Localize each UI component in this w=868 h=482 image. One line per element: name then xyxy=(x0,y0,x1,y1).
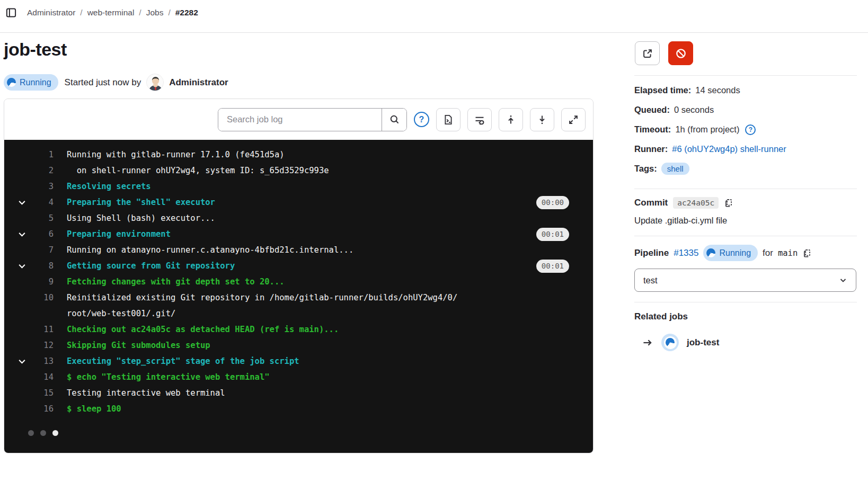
copy-ref-icon[interactable] xyxy=(802,248,812,258)
runner-row: Runner: #6 (ohUY2wg4p) shell-runner xyxy=(634,139,857,159)
status-running-icon xyxy=(706,248,715,257)
sidebar-divider xyxy=(634,75,857,76)
log-line: 1Running with gitlab-runner 17.1.0 (fe45… xyxy=(4,147,593,163)
log-line: 8Getting source from Git repository00:01 xyxy=(4,258,593,274)
stage-dropdown[interactable]: test xyxy=(634,269,856,292)
commit-sha[interactable]: ac24a05c xyxy=(673,197,719,209)
log-line-text: Skipping Git submodules setup xyxy=(67,341,210,350)
cancel-job-button[interactable] xyxy=(668,41,693,65)
log-line-text: Running with gitlab-runner 17.1.0 (fe451… xyxy=(67,150,285,159)
scroll-bottom-button[interactable] xyxy=(530,108,554,131)
log-line-text[interactable]: Executing "step_script" stage of the job… xyxy=(67,356,299,366)
job-log-lines: 1Running with gitlab-runner 17.1.0 (fe45… xyxy=(4,147,593,417)
elapsed-time-value: 14 seconds xyxy=(695,85,740,95)
sidebar-divider xyxy=(634,302,857,302)
log-line: 14$ echo "Testing interactive web termin… xyxy=(4,369,593,385)
log-line-number[interactable]: 5 xyxy=(4,210,54,226)
author-name[interactable]: Administrator xyxy=(169,77,228,88)
log-line-text: Testing interactive web terminal xyxy=(67,388,225,398)
log-line-text: Reinitialized existing Git repository in… xyxy=(67,293,457,318)
arrow-right-icon xyxy=(642,337,653,349)
log-line: 3Resolving secrets xyxy=(4,178,593,194)
log-line-number[interactable]: 13 xyxy=(4,353,54,369)
log-line-number[interactable]: 1 xyxy=(4,147,54,163)
log-line: 10Reinitialized existing Git repository … xyxy=(4,290,593,322)
search-input[interactable] xyxy=(218,109,382,131)
breadcrumb-project[interactable]: web-terminal xyxy=(87,8,135,17)
chevron-down-icon xyxy=(839,276,847,284)
queued-row: Queued: 0 seconds xyxy=(634,100,857,120)
log-line-number[interactable]: 6 xyxy=(4,226,54,242)
pipeline-link[interactable]: #1335 xyxy=(674,248,698,258)
status-badge[interactable]: Running xyxy=(4,74,58,91)
log-line-text[interactable]: Preparing the "shell" executor xyxy=(67,198,215,207)
breadcrumb-job-id: #2282 xyxy=(175,8,198,17)
avatar[interactable] xyxy=(146,74,164,91)
copy-commit-icon[interactable] xyxy=(724,198,733,208)
started-by: Started just now by Administrator xyxy=(65,74,228,91)
log-line: 15Testing interactive web terminal xyxy=(4,385,593,401)
log-line: 6Preparing environment00:01 xyxy=(4,226,593,242)
timeout-value: 1h (from project) xyxy=(675,124,739,135)
job-log-toolbar: ? xyxy=(4,99,593,140)
log-line-number[interactable]: 14 xyxy=(4,369,54,385)
job-actions xyxy=(635,41,857,65)
job-details: Elapsed time: 14 seconds Queued: 0 secon… xyxy=(634,81,857,178)
log-line-text[interactable]: Preparing environment xyxy=(67,229,171,239)
search-button[interactable] xyxy=(382,109,406,131)
job-log-terminal: 1Running with gitlab-runner 17.1.0 (fe45… xyxy=(4,140,593,453)
runner-label: Runner: xyxy=(634,144,668,154)
elapsed-time-label: Elapsed time: xyxy=(634,85,691,95)
stage-dropdown-value: test xyxy=(643,275,658,285)
queued-value: 0 seconds xyxy=(674,105,714,115)
commit-message[interactable]: Update .gitlab-ci.yml file xyxy=(634,216,857,226)
section-duration-badge: 00:01 xyxy=(536,228,569,241)
breadcrumb: Administrator / web-terminal / Jobs / #2… xyxy=(4,6,198,20)
log-line: 5Using Shell (bash) executor... xyxy=(4,210,593,226)
commit-label: Commit xyxy=(634,198,668,208)
log-line-number[interactable]: 9 xyxy=(4,274,54,290)
log-line-number[interactable]: 15 xyxy=(4,385,54,401)
breadcrumb-separator: / xyxy=(80,8,82,17)
scroll-top-button[interactable] xyxy=(499,108,523,131)
timeout-row: Timeout: 1h (from project) ? xyxy=(634,120,857,139)
pipeline-ref[interactable]: main xyxy=(778,248,798,258)
fullscreen-button[interactable] xyxy=(561,108,586,131)
log-line-number[interactable]: 11 xyxy=(4,322,54,337)
sidebar-toggle-icon[interactable] xyxy=(4,6,18,20)
log-line-text[interactable]: Resolving secrets xyxy=(67,182,151,191)
timeout-label: Timeout: xyxy=(634,124,671,135)
new-window-button[interactable] xyxy=(635,41,660,65)
log-line-number[interactable]: 3 xyxy=(4,178,54,194)
log-line-number[interactable]: 16 xyxy=(4,401,54,417)
log-line-number[interactable]: 8 xyxy=(4,258,54,274)
search-help-icon[interactable]: ? xyxy=(414,112,429,127)
timeout-help-icon[interactable]: ? xyxy=(745,124,756,135)
runner-link[interactable]: #6 (ohUY2wg4p) shell-runner xyxy=(672,144,786,154)
section-duration-badge: 00:00 xyxy=(536,196,569,209)
pipeline-status-badge[interactable]: Running xyxy=(703,245,758,261)
log-line: 2 on shell-runner ohUY2wg4, system ID: s… xyxy=(4,163,593,178)
log-line-number[interactable]: 4 xyxy=(4,194,54,210)
elapsed-time-row: Elapsed time: 14 seconds xyxy=(634,81,857,100)
log-line-text: Fetching changes with git depth set to 2… xyxy=(67,277,285,287)
status-badge-label: Running xyxy=(20,78,51,87)
pipeline-label: Pipeline xyxy=(634,248,669,258)
tags-label: Tags: xyxy=(634,164,657,174)
log-line-number[interactable]: 7 xyxy=(4,242,54,258)
log-line-text: $ echo "Testing interactive web terminal… xyxy=(67,372,270,382)
search-unit xyxy=(218,108,407,131)
log-line-number[interactable]: 2 xyxy=(4,163,54,178)
wrap-lines-button[interactable] xyxy=(467,108,492,131)
log-line-text[interactable]: Getting source from Git repository xyxy=(67,261,235,271)
breadcrumb-jobs[interactable]: Jobs xyxy=(146,8,164,17)
log-line-text: Using Shell (bash) executor... xyxy=(67,213,215,223)
raw-log-button[interactable] xyxy=(436,108,460,131)
page-title: job-test xyxy=(4,39,67,60)
log-line-number[interactable]: 10 xyxy=(4,290,54,306)
started-text: Started just now by xyxy=(65,77,141,88)
log-line-number[interactable]: 12 xyxy=(4,337,54,353)
breadcrumb-administrator[interactable]: Administrator xyxy=(27,8,75,17)
related-job-item[interactable]: job-test xyxy=(634,334,857,351)
job-sidebar: Elapsed time: 14 seconds Queued: 0 secon… xyxy=(634,33,857,351)
